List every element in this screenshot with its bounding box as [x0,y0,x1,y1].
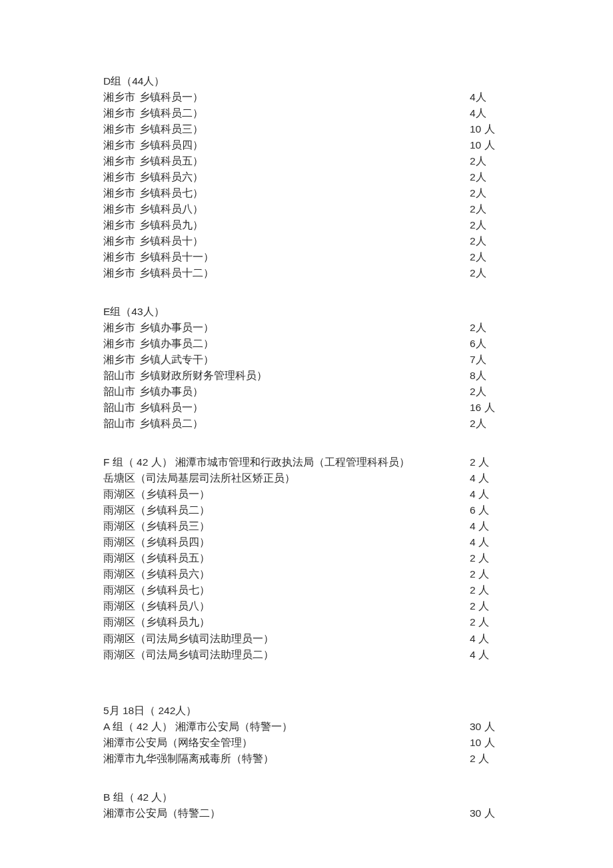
count-cell: 2 人 [470,566,510,582]
desc-cell: 湘潭市公安局（网络安全管理） [103,735,470,751]
date-header: 5月 18日（ 242人） [103,703,510,719]
count-cell: 10 人 [470,137,510,153]
desc-cell: 岳塘区（司法局基层司法所社区矫正员） [103,470,470,486]
desc-cell: 乡镇科员九） [139,217,470,233]
region-cell: 湘乡市 [103,352,139,368]
region-cell: 湘乡市 [103,233,139,249]
desc-cell: 乡镇科员四） [139,137,470,153]
table-row: 湘乡市乡镇科员七）2人 [103,185,510,201]
group-b-header: B 组（ 42 人） [103,789,510,805]
table-row: 湘潭市九华强制隔离戒毒所（特警）2 人 [103,751,510,767]
region-cell: 湘乡市 [103,201,139,217]
count-cell: 2 人 [470,550,510,566]
desc-cell: 乡镇科员一） [139,400,470,416]
desc-cell: 乡镇财政所财务管理科员） [139,368,470,384]
count-cell: 2人 [470,249,510,265]
count-cell: 4 人 [470,470,510,486]
table-row: 雨湖区（乡镇科员一）4 人 [103,486,510,502]
table-row: 雨湖区（乡镇科员八）2 人 [103,598,510,614]
table-row: 雨湖区（司法局乡镇司法助理员二）4 人 [103,647,510,663]
region-cell: 湘乡市 [103,169,139,185]
document-page: D组（44人） 湘乡市乡镇科员一）4人 湘乡市乡镇科员二）4人 湘乡市乡镇科员三… [0,0,613,868]
desc-cell: 雨湖区（司法局乡镇司法助理员一） [103,631,470,647]
count-cell: 2人 [470,233,510,249]
desc-cell: 乡镇科员二） [139,416,470,432]
count-cell: 6 人 [470,502,510,518]
count-cell: 4 人 [470,631,510,647]
table-row: 韶山市乡镇财政所财务管理科员）8人 [103,368,510,384]
count-cell: 4 人 [470,518,510,534]
table-row: 湘乡市乡镇科员一）4人 [103,89,510,105]
count-cell: 30 人 [470,805,510,821]
table-row: 韶山市乡镇科员一）16 人 [103,400,510,416]
count-cell: 2 人 [470,751,510,767]
desc-cell: 湘潭市公安局（特警二） [103,805,470,821]
region-cell: 湘乡市 [103,89,139,105]
table-row: 湘乡市乡镇人武专干）7人 [103,352,510,368]
region-cell: 韶山市 [103,416,139,432]
count-cell: 10 人 [470,121,510,137]
count-cell: 4 人 [470,486,510,502]
desc-cell: 乡镇科员六） [139,169,470,185]
region-cell: 湘乡市 [103,249,139,265]
region-cell: 湘乡市 [103,320,139,336]
desc-cell: 湘潭市九华强制隔离戒毒所（特警） [103,751,470,767]
table-row: 湘乡市乡镇办事员二）6人 [103,336,510,352]
desc-cell: 乡镇科员二） [139,105,470,121]
table-row: 雨湖区（乡镇科员九）2 人 [103,614,510,630]
count-cell: 2人 [470,153,510,169]
desc-cell: 乡镇科员十一） [139,249,470,265]
desc-cell: 乡镇科员十二） [139,265,470,281]
desc-cell: 雨湖区（乡镇科员七） [103,582,470,598]
table-row: 湘乡市乡镇科员四）10 人 [103,137,510,153]
table-row: 雨湖区（乡镇科员二）6 人 [103,502,510,518]
table-row: 雨湖区（乡镇科员三）4 人 [103,518,510,534]
group-f-header: F 组（ 42 人） 湘潭市城市管理和行政执法局（工程管理科科员）2 人 [103,454,510,470]
desc-cell: 乡镇人武专干） [139,352,470,368]
table-row: 湘乡市乡镇科员十一）2人 [103,249,510,265]
table-row: 湘潭市公安局（网络安全管理）10 人 [103,735,510,751]
table-row: 韶山市乡镇科员二）2人 [103,416,510,432]
table-row: 雨湖区（乡镇科员五）2 人 [103,550,510,566]
table-row: 岳塘区（司法局基层司法所社区矫正员）4 人 [103,470,510,486]
desc-cell: F 组（ 42 人） 湘潭市城市管理和行政执法局（工程管理科科员） [103,454,470,470]
count-cell: 6人 [470,336,510,352]
table-row: 湘潭市公安局（特警二）30 人 [103,805,510,821]
table-row: 雨湖区（司法局乡镇司法助理员一）4 人 [103,631,510,647]
count-cell: 4人 [470,105,510,121]
desc-cell: 雨湖区（乡镇科员二） [103,502,470,518]
count-cell: 2人 [470,384,510,400]
desc-cell: 雨湖区（乡镇科员三） [103,518,470,534]
desc-cell: 乡镇科员七） [139,185,470,201]
group-a-header: A 组（ 42 人） 湘潭市公安局（特警一）30 人 [103,719,510,735]
desc-cell: 乡镇科员一） [139,89,470,105]
count-cell: 2 人 [470,614,510,630]
desc-cell: 雨湖区（乡镇科员六） [103,566,470,582]
group-d-header: D组（44人） [103,73,510,89]
count-cell: 2人 [470,265,510,281]
desc-cell: 乡镇科员五） [139,153,470,169]
desc-cell: 乡镇科员十） [139,233,470,249]
desc-cell: 雨湖区（乡镇科员一） [103,486,470,502]
count-cell: 2人 [470,217,510,233]
desc-cell: 雨湖区（乡镇科员五） [103,550,470,566]
count-cell: 2人 [470,416,510,432]
desc-cell: 乡镇办事员一） [139,320,470,336]
desc-cell: 雨湖区（司法局乡镇司法助理员二） [103,647,470,663]
region-cell: 湘乡市 [103,265,139,281]
count-cell: 4人 [470,89,510,105]
region-cell: 湘乡市 [103,137,139,153]
table-row: 湘乡市乡镇科员十）2人 [103,233,510,249]
count-cell: 2人 [470,185,510,201]
count-cell: 2人 [470,201,510,217]
desc-cell: 乡镇科员八） [139,201,470,217]
desc-cell: 乡镇办事员二） [139,336,470,352]
desc-cell: 雨湖区（乡镇科员八） [103,598,470,614]
table-row: 湘乡市乡镇科员十二）2人 [103,265,510,281]
region-cell: 韶山市 [103,384,139,400]
count-cell: 2 人 [470,454,510,470]
region-cell: 韶山市 [103,368,139,384]
count-cell: 2 人 [470,582,510,598]
table-row: 湘乡市乡镇科员三）10 人 [103,121,510,137]
desc-cell: 乡镇科员三） [139,121,470,137]
